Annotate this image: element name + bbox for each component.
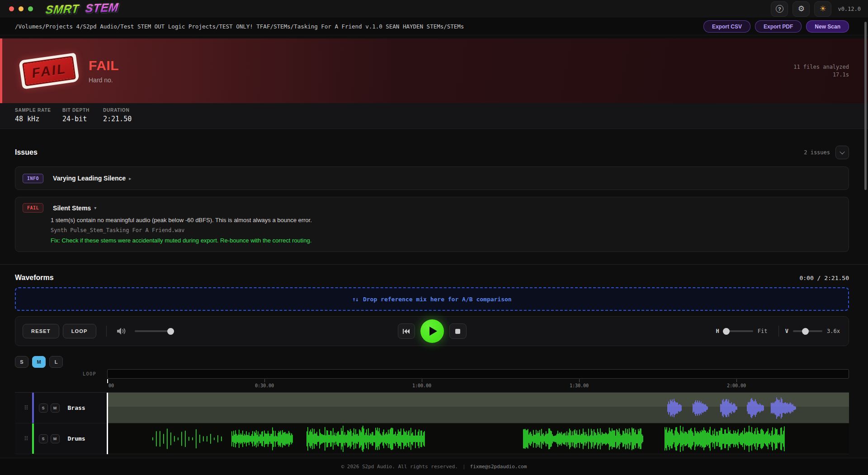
track-row: ⠿ S M Brass (15, 393, 849, 423)
vertical-zoom-value: 3.6x (827, 328, 841, 334)
waveforms-section: Waveforms 0:00 / 2:21.50 ↑↓ Drop referen… (0, 264, 868, 454)
chevron-down-icon (840, 149, 844, 154)
play-button[interactable] (420, 319, 444, 343)
issue-fix-suggestion: Fix: Check if these stems were accidenta… (51, 237, 841, 244)
stop-button[interactable] (449, 323, 467, 339)
help-button[interactable]: ? (771, 1, 788, 17)
track-color-bar (32, 423, 34, 454)
ruler-time-label: 00 (108, 383, 114, 388)
ruler-time-label: 2:00.00 (727, 383, 746, 388)
export-csv-button[interactable]: Export CSV (703, 20, 750, 33)
track-name: Brass (68, 404, 85, 411)
volume-slider[interactable] (135, 330, 174, 332)
app-logo: SMRT STEM (46, 1, 119, 17)
timeline-ruler-lane[interactable]: 000:30.001:00.001:30.002:00.00 (107, 379, 849, 392)
issue-title: Varying Leading Silence (53, 175, 126, 182)
vertical-zoom-label: V (785, 328, 788, 334)
speaker-icon (117, 327, 127, 335)
theme-toggle-button[interactable]: ☀ (814, 1, 831, 17)
track-solo-button[interactable]: S (39, 404, 48, 413)
verdict-status: FAIL (89, 58, 119, 73)
ruler-time-label: 0:30.00 (255, 383, 274, 388)
verdict-subtitle: Hard no. (89, 76, 119, 84)
loop-region-row: LOOP (15, 369, 849, 379)
rewind-to-start-button[interactable] (398, 323, 415, 339)
vertical-zoom-thumb[interactable] (802, 328, 809, 335)
issue-expand-toggle[interactable]: INFO Varying Leading Silence ▸ (23, 174, 131, 183)
page-scrollbar-thumb[interactable] (864, 22, 867, 190)
stop-icon (455, 329, 460, 334)
size-option-s[interactable]: S (15, 356, 28, 368)
size-option-m[interactable]: M (32, 356, 46, 368)
track-size-toggle: SML (15, 356, 849, 368)
new-scan-button[interactable]: New Scan (806, 20, 849, 33)
severity-badge-info: INFO (23, 174, 43, 183)
issues-section: Issues 2 issues INFO Varying Leading Sil… (0, 146, 868, 252)
transport-bar: RESET LOOP (15, 316, 849, 346)
ruler-spacer (15, 379, 107, 392)
track-name: Drums (68, 435, 85, 442)
loop-bar-label: LOOP (15, 371, 107, 376)
maximize-window-button[interactable] (28, 6, 33, 11)
logo-text-secondary: STEM (85, 1, 119, 15)
stats-strip: SAMPLE RATE 48 kHz BIT DEPTH 24-bit DURA… (0, 103, 868, 129)
issue-card-fail: FAIL Silent Stems ▾ 1 stem(s) contain no… (15, 197, 849, 252)
size-option-l[interactable]: L (49, 356, 63, 368)
ruler-tick (579, 379, 580, 382)
vertical-zoom-slider[interactable] (793, 330, 822, 332)
copyright-text: © 2026 S2pd Audio. All rights reserved. (341, 464, 458, 470)
collapsed-marker-icon: ▸ (129, 176, 131, 181)
scan-elapsed-time: 17.1s (793, 71, 849, 79)
track-header: ⠿ S M Brass (15, 393, 107, 423)
logo-text-primary: SMRT (45, 2, 80, 17)
fail-stamp-image: FAIL (19, 52, 80, 89)
footer-separator: | (462, 464, 466, 470)
playhead-line (107, 393, 108, 454)
reset-button[interactable]: RESET (23, 324, 59, 338)
playback-time-display: 0:00 / 2:21.50 (799, 275, 849, 281)
drag-handle-icon[interactable]: ⠿ (24, 404, 28, 411)
issues-heading: Issues (15, 148, 38, 157)
minimize-window-button[interactable] (19, 6, 24, 11)
track-solo-button[interactable]: S (39, 434, 48, 443)
settings-button[interactable]: ⚙ (793, 1, 810, 17)
track-mute-button[interactable]: M (51, 434, 60, 443)
ruler-time-label: 1:30.00 (570, 383, 589, 388)
ruler-time-label: 1:00.00 (412, 383, 431, 388)
stat-sample-rate: SAMPLE RATE 48 kHz (15, 108, 62, 128)
waveforms-heading: Waveforms (15, 274, 54, 282)
track-list: ⠿ S M Brass ⠿ S M Drums (15, 392, 849, 454)
track-waveform-lane[interactable] (107, 393, 849, 423)
expanded-marker-icon: ▾ (94, 205, 96, 210)
sun-icon: ☀ (820, 5, 826, 13)
export-pdf-button[interactable]: Export PDF (755, 20, 802, 33)
stat-bit-depth: BIT DEPTH 24-bit (62, 108, 103, 128)
issue-card-info: INFO Varying Leading Silence ▸ (15, 166, 849, 190)
issues-count: 2 issues (804, 149, 830, 156)
gear-icon: ⚙ (798, 5, 805, 13)
track-header: ⠿ S M Drums (15, 423, 107, 454)
title-bar: SMRT STEM ? ⚙ ☀ v0.12.0 (0, 0, 868, 18)
close-window-button[interactable] (9, 6, 14, 11)
issue-title: Silent Stems (53, 204, 91, 212)
path-bar: /Volumes/Projects 4/S2pd Audio/Test STEM… (0, 18, 868, 35)
reference-mix-dropzone[interactable]: ↑↓ Drop reference mix here for A/B compa… (15, 287, 849, 311)
help-icon: ? (776, 5, 783, 13)
volume-slider-thumb[interactable] (167, 328, 174, 335)
track-waveform-lane[interactable] (107, 423, 849, 454)
loop-region-bar[interactable] (107, 369, 849, 379)
horizontal-zoom-value: Fit (758, 328, 772, 334)
contact-email-link[interactable]: fixme@s2pdaudio.com (470, 464, 527, 470)
play-icon (429, 327, 437, 336)
window-controls (9, 6, 33, 11)
track-mute-button[interactable]: M (51, 404, 60, 413)
loop-toggle-button[interactable]: LOOP (63, 324, 96, 338)
stat-duration: DURATION 2:21.50 (103, 108, 132, 128)
track-color-bar (32, 393, 34, 423)
horizontal-zoom-slider[interactable] (724, 330, 753, 332)
horizontal-zoom-thumb[interactable] (723, 328, 730, 335)
drag-handle-icon[interactable]: ⠿ (24, 435, 28, 442)
issues-collapse-button[interactable] (835, 146, 849, 159)
issue-expand-toggle[interactable]: FAIL Silent Stems ▾ (23, 203, 841, 213)
app-version: v0.12.0 (838, 6, 861, 12)
